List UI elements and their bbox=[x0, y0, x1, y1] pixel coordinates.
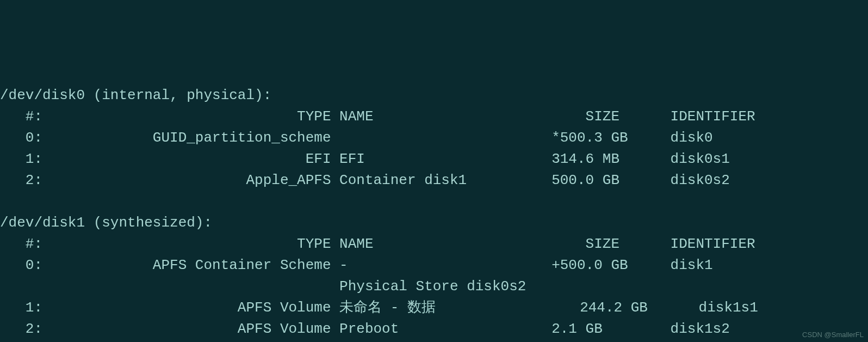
terminal-output: /dev/disk0 (internal, physical): #: TYPE… bbox=[0, 85, 868, 342]
watermark: CSDN @SmallerFL bbox=[802, 329, 864, 340]
